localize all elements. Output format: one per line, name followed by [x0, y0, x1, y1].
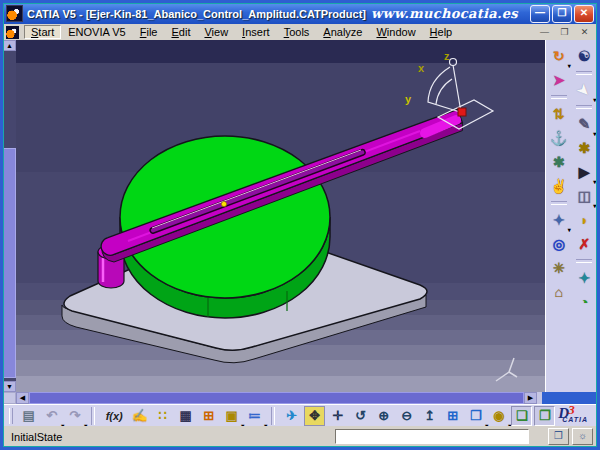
lock-icon[interactable]: ▣▾	[221, 406, 242, 426]
menu-insert[interactable]: Insert	[235, 25, 277, 39]
render-style-icon[interactable]: ◉▾	[488, 406, 509, 426]
menu-tools[interactable]: Tools	[277, 25, 317, 39]
toolbar-group: ▤↶▾↷▾	[17, 406, 86, 426]
formula-icon[interactable]: f(x)	[101, 406, 127, 426]
right-toolbar: ↻▾➤⇅⚓✱✌✦▾◎✳⌂☯➤▾✎▾✱▶▾◫▾◗✗✦◔	[545, 40, 597, 392]
fly-mode-icon[interactable]: ✈	[281, 406, 302, 426]
simulation-player-icon[interactable]: ▶▾	[573, 161, 595, 183]
toolbar-separator	[551, 201, 567, 205]
menu-items: StartENOVIA V5FileEditViewInsertToolsAna…	[24, 25, 459, 39]
print-icon[interactable]: ▤	[18, 406, 39, 426]
menu-bar: StartENOVIA V5FileEditViewInsertToolsAna…	[3, 24, 597, 41]
window-title: CATIA V5 - [Ejer-Kin-81_Abanico_Control_…	[27, 8, 366, 20]
swept-volume-icon[interactable]: ◗	[573, 209, 595, 231]
toolbar-grip[interactable]	[9, 408, 13, 424]
rotate-icon[interactable]: ↺	[350, 406, 371, 426]
trace-icon[interactable]: ◎	[548, 233, 570, 255]
toolbar-separator	[271, 407, 275, 425]
select-icon[interactable]: ➤▾	[573, 79, 595, 101]
child-restore-button[interactable]: ❐	[556, 25, 573, 40]
vertical-scroll-thumb[interactable]	[3, 148, 16, 378]
command-input[interactable]	[335, 429, 529, 444]
edit-simulation-icon[interactable]: ✎▾	[573, 113, 595, 135]
multi-view-icon[interactable]: ⊞	[442, 406, 463, 426]
measure-icon[interactable]: ✳	[548, 257, 570, 279]
menu-enovia-v5[interactable]: ENOVIA V5	[61, 25, 132, 39]
status-bar: InitialState ❒☼	[3, 426, 597, 447]
compass-origin-handle[interactable]	[458, 108, 466, 116]
design-table-icon[interactable]: ▦	[175, 406, 196, 426]
iso-view-icon[interactable]: ❒▾	[465, 406, 486, 426]
close-button[interactable]: ✕	[574, 5, 594, 23]
fit-all-icon[interactable]: ✥	[304, 406, 325, 426]
comment-icon[interactable]: ✍	[129, 406, 150, 426]
main-area: ▲ ▼	[3, 40, 597, 392]
zoom-in-icon[interactable]: ⊕	[373, 406, 394, 426]
compass-y-label: y	[405, 93, 412, 105]
scroll-up-button[interactable]: ▲	[3, 40, 16, 51]
undo-icon[interactable]: ↶▾	[41, 406, 62, 426]
slot-point[interactable]	[221, 201, 226, 206]
minimize-button[interactable]: —	[530, 5, 550, 23]
child-close-button[interactable]: ✕	[576, 25, 593, 40]
mechanism-analysis-icon[interactable]: ✱	[548, 151, 570, 173]
viewport-3d[interactable]: x y z	[16, 40, 545, 392]
catia-app-icon[interactable]	[6, 5, 23, 22]
update-icon[interactable]: ↻▾	[548, 45, 570, 67]
scroll-corner	[3, 392, 16, 404]
speed-acceleration-icon[interactable]: ✦▾	[548, 209, 570, 231]
kinematic-joints-icon[interactable]: ⇅	[548, 103, 570, 125]
watermark-text: www.muchocatia.es	[371, 6, 526, 21]
clash-analysis-icon[interactable]: ✗	[573, 233, 595, 255]
normal-view-icon[interactable]: ↥	[419, 406, 440, 426]
dialog-toggle-button[interactable]: ❒	[548, 428, 569, 445]
notification-button[interactable]: ☼	[572, 428, 593, 445]
view-mode-a-icon[interactable]: ❏	[511, 406, 532, 426]
toolbar-column: ↻▾➤⇅⚓✱✌✦▾◎✳⌂	[546, 44, 572, 392]
dmu-workbench-icon[interactable]: ☯	[573, 45, 595, 67]
status-message: InitialState	[7, 431, 62, 443]
bottom-toolbar: ▤↶▾↷▾f(x)✍∷▦⊞▣▾≔▾✈✥✛↺⊕⊖↥⊞❒▾◉▾❏❐ D 3 CATI…	[3, 404, 597, 426]
toolbar-group: ✈✥✛↺⊕⊖↥⊞❒▾◉▾❏❐	[280, 406, 556, 426]
manipulation-icon[interactable]: ✌	[548, 175, 570, 197]
catia-document-icon[interactable]	[6, 26, 19, 39]
url-anchor-icon[interactable]: ∷	[152, 406, 173, 426]
update-positions-icon[interactable]: ➤	[548, 69, 570, 91]
redo-icon[interactable]: ↷▾	[64, 406, 85, 426]
equivalent-dimensions-icon[interactable]: ≔▾	[244, 406, 265, 426]
menu-edit[interactable]: Edit	[164, 25, 197, 39]
catalog-browser-icon[interactable]: ⊞	[198, 406, 219, 426]
menu-start[interactable]: Start	[24, 25, 61, 39]
toolbar-separator	[576, 259, 592, 263]
toolbar-group: f(x)✍∷▦⊞▣▾≔▾	[100, 406, 266, 426]
scroll-down-button[interactable]: ▼	[3, 381, 16, 392]
replay-icon[interactable]: ◫▾	[573, 185, 595, 207]
child-minimize-button[interactable]: —	[536, 25, 553, 40]
fixed-part-icon[interactable]: ⚓	[548, 127, 570, 149]
horizontal-scroll-thumb[interactable]	[29, 392, 524, 404]
horizontal-scrollbar[interactable]: ◀ ▶	[16, 392, 542, 404]
view-mode-b-icon[interactable]: ❐	[534, 406, 555, 426]
menu-file[interactable]: File	[133, 25, 165, 39]
menu-analyze[interactable]: Analyze	[316, 25, 369, 39]
maximize-button[interactable]: ❐	[552, 5, 572, 23]
toolbar-separator	[551, 95, 567, 99]
zoom-out-icon[interactable]: ⊖	[396, 406, 417, 426]
menu-window[interactable]: Window	[369, 25, 422, 39]
distance-analysis-icon[interactable]: ✦	[573, 267, 595, 289]
pan-icon[interactable]: ✛	[327, 406, 348, 426]
compile-simulation-icon[interactable]: ✱	[573, 137, 595, 159]
logo-brand: CATIA	[562, 416, 588, 423]
menu-help[interactable]: Help	[423, 25, 460, 39]
window-controls: —❐✕	[530, 5, 594, 23]
pie-analysis-icon[interactable]: ◔	[573, 291, 595, 313]
child-window-controls: —❐✕	[536, 25, 597, 40]
scroll-left-button[interactable]: ◀	[16, 392, 29, 404]
title-bar: CATIA V5 - [Ejer-Kin-81_Abanico_Control_…	[3, 3, 597, 24]
scroll-right-button[interactable]: ▶	[524, 392, 537, 404]
vertical-scrollbar[interactable]: ▲ ▼	[3, 40, 16, 392]
axis-triad	[496, 358, 517, 381]
menu-view[interactable]: View	[197, 25, 235, 39]
workbench-home-icon[interactable]: ⌂	[548, 281, 570, 303]
scene-3d[interactable]: x y z	[16, 40, 545, 392]
